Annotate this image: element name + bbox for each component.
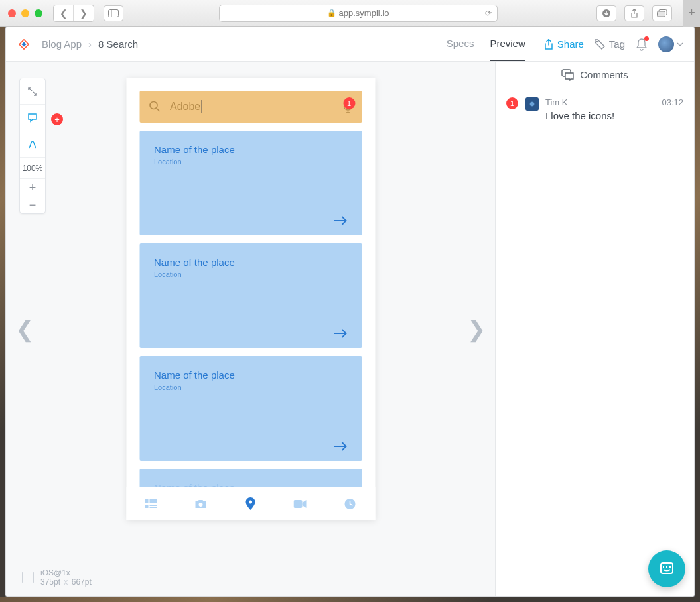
tab-location-icon xyxy=(245,497,255,511)
arrow-right-icon xyxy=(332,441,347,452)
expand-tool[interactable] xyxy=(20,78,45,105)
svg-rect-11 xyxy=(145,499,148,503)
svg-rect-0 xyxy=(109,9,119,17)
tab-camera-icon xyxy=(194,499,208,509)
artboard[interactable]: 1 Adobe Name of the place Location Name … xyxy=(126,78,375,520)
card-sub: Location xyxy=(154,383,347,391)
svg-rect-13 xyxy=(149,501,157,503)
browser-toolbar: ❮ ❯ 🔒 app.sympli.io ⟳ + xyxy=(0,0,700,27)
lock-icon: 🔒 xyxy=(327,9,336,17)
add-comment-badge[interactable]: + xyxy=(51,113,63,125)
mock-result-card: Name of the place Location xyxy=(139,356,362,461)
notifications-button[interactable] xyxy=(636,38,648,51)
breadcrumb-screen: 8 Search xyxy=(98,38,138,50)
expand-icon xyxy=(27,86,38,97)
breadcrumb: Blog App › 8 Search xyxy=(42,38,138,50)
back-button[interactable]: ❮ xyxy=(54,5,74,21)
next-screen-button[interactable]: ❯ xyxy=(467,316,486,342)
left-toolbar: 100% + − xyxy=(19,78,46,214)
avatar xyxy=(658,36,674,52)
intercom-icon xyxy=(658,560,675,577)
width-label: 375pt xyxy=(40,577,60,587)
download-icon xyxy=(602,9,611,18)
svg-rect-6 xyxy=(21,42,26,46)
height-label: 667pt xyxy=(72,577,92,587)
sidebar-toggle-button[interactable] xyxy=(104,5,123,21)
svg-point-17 xyxy=(199,503,203,507)
close-window-button[interactable] xyxy=(8,9,16,17)
view-tabs: Specs Preview xyxy=(447,27,525,61)
chevron-down-icon xyxy=(677,42,683,46)
arrow-right-icon xyxy=(332,215,347,226)
card-title: Name of the place xyxy=(154,257,347,268)
svg-rect-14 xyxy=(145,505,148,508)
svg-rect-12 xyxy=(149,499,157,501)
comment-index-badge: 1 xyxy=(506,97,518,109)
comment-time: 03:12 xyxy=(662,97,683,107)
url-text: app.sympli.io xyxy=(339,8,389,18)
reload-icon[interactable]: ⟳ xyxy=(485,9,492,18)
comment-item[interactable]: 1 Tim K 03:12 I love the icons! xyxy=(496,88,694,131)
minimize-window-button[interactable] xyxy=(21,9,29,17)
sympli-logo[interactable] xyxy=(17,37,31,52)
tabs-button[interactable] xyxy=(652,5,672,21)
intercom-launcher[interactable] xyxy=(648,550,685,587)
sidebar-icon xyxy=(108,9,119,17)
comment-icon xyxy=(27,113,38,123)
share-icon xyxy=(544,39,553,50)
text-cursor xyxy=(201,100,202,113)
comment-avatar xyxy=(525,97,539,111)
tab-list-icon xyxy=(145,499,157,509)
mock-result-card: Name of the place Location xyxy=(139,131,362,235)
zoom-level: 100% xyxy=(20,158,45,179)
user-menu[interactable] xyxy=(658,36,683,52)
tabs-icon xyxy=(657,9,667,17)
desktop-wallpaper-right xyxy=(695,27,700,602)
tab-preview[interactable]: Preview xyxy=(490,27,525,61)
share-button[interactable]: Share xyxy=(544,38,584,50)
svg-point-18 xyxy=(249,500,252,503)
card-title: Name of the place xyxy=(154,144,347,155)
zoom-out-button[interactable]: − xyxy=(20,196,45,213)
new-tab-button[interactable]: + xyxy=(683,0,700,27)
chevron-right-icon: › xyxy=(88,38,92,50)
header-actions: Share Tag xyxy=(544,36,683,52)
app-window: Blog App › 8 Search Specs Preview Share … xyxy=(5,27,695,597)
comment-text: I love the icons! xyxy=(545,110,683,121)
app-header: Blog App › 8 Search Specs Preview Share … xyxy=(6,27,694,62)
tab-clock-icon xyxy=(344,498,356,510)
search-icon xyxy=(149,101,161,113)
arrow-right-icon xyxy=(332,328,347,339)
tag-button[interactable]: Tag xyxy=(595,38,625,50)
breadcrumb-project[interactable]: Blog App xyxy=(42,38,82,50)
zoom-in-button[interactable]: + xyxy=(20,179,45,196)
comment-author: Tim K xyxy=(545,97,567,107)
svg-line-9 xyxy=(157,109,160,112)
address-bar[interactable]: 🔒 app.sympli.io ⟳ xyxy=(219,5,498,22)
flow-icon xyxy=(27,139,38,150)
card-sub: Location xyxy=(154,271,347,278)
svg-rect-16 xyxy=(149,507,157,508)
tab-video-icon xyxy=(293,499,307,509)
notification-dot xyxy=(644,36,649,41)
flow-tool[interactable] xyxy=(20,131,45,158)
prev-screen-button[interactable]: ❮ xyxy=(15,316,34,342)
comments-panel: Comments 1 Tim K 03:12 I love the icons! xyxy=(495,62,694,596)
zoom-window-button[interactable] xyxy=(35,9,42,17)
forward-button[interactable]: ❯ xyxy=(74,5,94,21)
svg-point-8 xyxy=(150,102,157,109)
tab-specs[interactable]: Specs xyxy=(447,27,474,61)
svg-point-7 xyxy=(596,40,598,42)
canvas[interactable]: 100% + − + 1 Adobe Name of the place Loc… xyxy=(6,62,495,596)
card-sub: Location xyxy=(154,158,347,166)
comment-pin-1[interactable]: 1 xyxy=(343,97,355,109)
downloads-button[interactable] xyxy=(596,5,616,21)
mock-tab-bar xyxy=(126,487,375,520)
share-browser-button[interactable] xyxy=(624,5,644,21)
tag-icon xyxy=(595,39,605,50)
comment-tool[interactable] xyxy=(20,105,45,131)
desktop-wallpaper-left xyxy=(0,27,5,602)
window-controls xyxy=(8,9,42,17)
mock-search-bar: Adobe xyxy=(139,91,362,123)
comments-header: Comments xyxy=(496,62,694,88)
